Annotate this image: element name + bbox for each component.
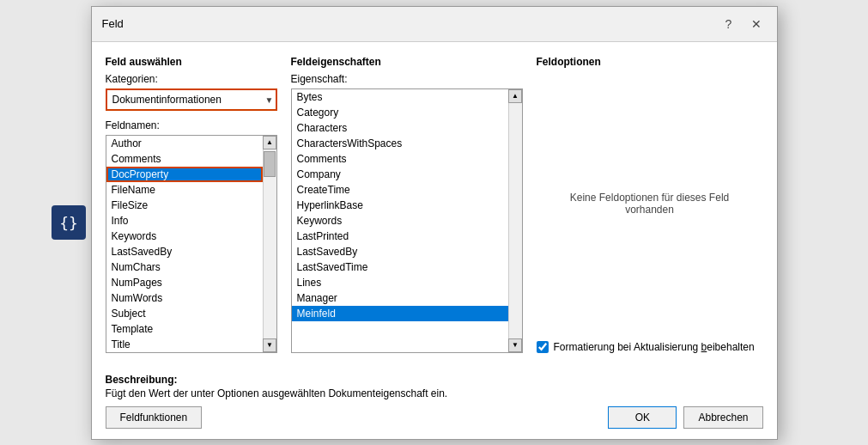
close-button[interactable]: ✕ [746,14,767,34]
list-item-docproperty[interactable]: DocProperty [106,167,263,182]
list-item[interactable]: Subject [106,306,263,321]
list-item[interactable]: Keywords [292,213,508,229]
eigenschaft-scroll-down[interactable]: ▼ [508,338,522,352]
titlebar-controls: ? ✕ [719,14,767,34]
list-item[interactable]: Author [106,136,263,151]
feldnamen-label: Feldnamen: [106,119,277,131]
list-item[interactable]: Category [292,105,508,120]
scrollbar-track: ▲ ▼ [263,136,276,352]
app-icon: {} [52,205,86,240]
panel-feldoptionen: Feldoptionen Keine Feldoptionen für dies… [537,56,763,353]
footer-right-buttons: OK Abbrechen [608,406,762,429]
feldnamen-list: Author Comments DocProperty FileName Fil… [106,136,263,352]
no-options-text: Keine Feldoptionen für dieses Feld vorha… [537,73,763,334]
feld-dialog: Feld ? ✕ Feld auswählen Kategorien: Doku… [91,6,778,440]
list-item[interactable]: Keywords [106,229,263,244]
list-item[interactable]: Comments [106,151,263,167]
list-item[interactable]: LastSavedTime [292,259,508,275]
formatierung-checkbox[interactable] [537,341,549,353]
ok-button[interactable]: OK [608,406,677,429]
list-item[interactable]: Title [106,337,263,352]
dialog-footer: Beschreibung: Fügt den Wert der unter Op… [92,367,777,439]
list-item[interactable]: Template [106,321,263,337]
list-item[interactable]: Company [292,167,508,182]
beschreibung-label: Beschreibung: [106,374,763,386]
scrollbar-thumb[interactable] [264,151,276,177]
dialog-title: Feld [102,17,124,30]
feldoptionen-label: Feldoptionen [537,56,763,68]
list-item[interactable]: NumWords [106,290,263,306]
list-item[interactable]: NumPages [106,275,263,290]
formatierung-checkbox-row: Formatierung bei Aktualisierung beibehal… [537,341,763,353]
list-item[interactable]: NumChars [106,259,263,275]
list-item[interactable]: FileSize [106,198,263,213]
kategorien-dropdown-container: Dokumentinformationen ▼ [106,88,277,111]
feld-auswaehlen-label: Feld auswählen [106,56,277,68]
list-item[interactable]: CharactersWithSpaces [292,136,508,151]
abbrechen-button[interactable]: Abbrechen [683,406,762,429]
feldeigenschaften-label: Feldeigenschaften [291,56,523,68]
eigenschaft-listbox: Bytes Category Characters CharactersWith… [291,88,523,353]
list-item[interactable]: LastSavedBy [106,244,263,259]
formatierung-checkbox-label[interactable]: Formatierung bei Aktualisierung beibehal… [554,341,755,353]
eigenschaft-list: Bytes Category Characters CharactersWith… [292,89,508,352]
kategorien-dropdown[interactable]: Dokumentinformationen [106,88,277,111]
list-item[interactable]: FileName [106,182,263,198]
scroll-up-button[interactable]: ▲ [263,136,276,149]
dialog-titlebar: Feld ? ✕ [92,7,777,42]
list-item[interactable]: Manager [292,290,508,306]
description-section: Beschreibung: Fügt den Wert der unter Op… [106,374,763,399]
list-item[interactable]: Comments [292,151,508,167]
list-item-meinfeld[interactable]: Meinfeld [292,306,508,321]
underline-b: b [701,341,707,353]
list-item[interactable]: LastSavedBy [292,244,508,259]
feldnamen-listbox: Author Comments DocProperty FileName Fil… [106,135,277,353]
dialog-body: Feld auswählen Kategorien: Dokumentinfor… [92,42,777,367]
kategorien-label: Kategorien: [106,73,277,85]
list-item[interactable]: Characters [292,120,508,136]
list-item[interactable]: HyperlinkBase [292,198,508,213]
list-item[interactable]: Lines [292,275,508,290]
scroll-down-button[interactable]: ▼ [263,338,276,352]
beschreibung-text: Fügt den Wert der unter Optionen ausgewä… [106,387,763,399]
eigenschaft-scroll-up[interactable]: ▲ [508,89,522,103]
desktop-background: {} Feld ? ✕ Feld auswählen Kategorien: D… [0,0,868,445]
list-item[interactable]: LastPrinted [292,229,508,244]
list-item[interactable]: Info [106,213,263,229]
help-button[interactable]: ? [719,14,739,34]
panel-feldeigenschaften: Feldeigenschaften Eigenschaft: Bytes Cat… [291,56,523,353]
eigenschaft-label: Eigenschaft: [291,73,523,85]
footer-buttons-row: Feldfunktionen OK Abbrechen [106,406,763,429]
feldfunktionen-button[interactable]: Feldfunktionen [106,406,203,429]
panel-feld-auswaehlen: Feld auswählen Kategorien: Dokumentinfor… [106,56,277,353]
list-item[interactable]: Bytes [292,89,508,105]
eigenschaft-scrollbar-track: ▲ ▼ [508,89,522,352]
list-item[interactable]: CreateTime [292,182,508,198]
